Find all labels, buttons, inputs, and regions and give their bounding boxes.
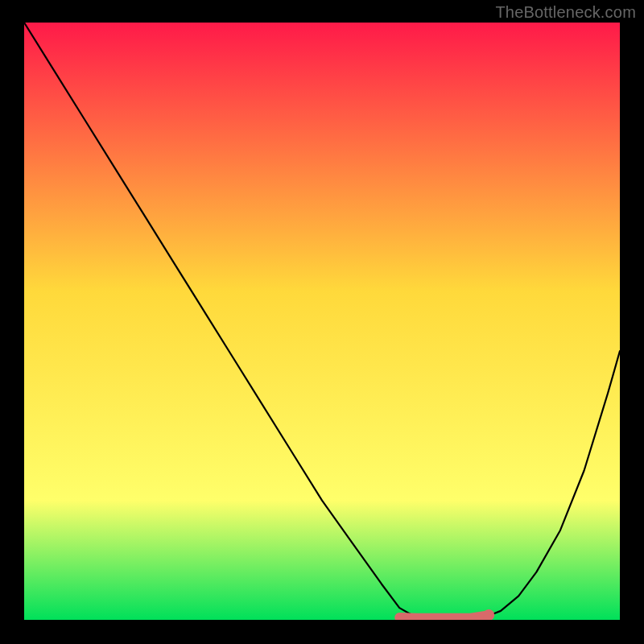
bottleneck-chart xyxy=(24,23,620,620)
chart-container: TheBottleneck.com xyxy=(0,0,644,644)
bottom-marker-line xyxy=(399,615,489,618)
gradient-background xyxy=(24,23,620,620)
watermark-text: TheBottleneck.com xyxy=(495,3,636,22)
